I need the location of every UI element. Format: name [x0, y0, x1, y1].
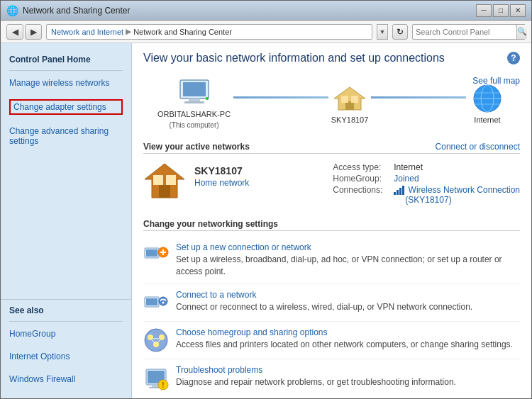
svg-point-29: [159, 335, 165, 340]
change-settings-header: Change your networking settings: [143, 219, 520, 231]
main-content: Control Panel Home Manage wireless netwo…: [1, 43, 531, 398]
breadcrumb: Network and Internet ▶ Network and Shari…: [46, 24, 372, 40]
address-bar: ◀ ▶ Network and Internet ▶ Network and S…: [1, 21, 531, 43]
title-bar-left: 🌐 Network and Sharing Center: [6, 5, 130, 16]
window-title: Network and Sharing Center: [23, 6, 130, 16]
home-network-icon: [143, 162, 186, 206]
homegroup-row: HomeGroup: Joined: [333, 174, 520, 184]
network-details: Access type: Internet HomeGroup: Joined …: [333, 162, 520, 206]
svg-rect-2: [189, 99, 200, 101]
close-button[interactable]: ✕: [510, 4, 526, 17]
connections-row: Connections: Wireless Network Connection…: [333, 185, 520, 205]
svg-rect-1: [183, 82, 206, 96]
window-controls: ─ □ ✕: [476, 4, 526, 17]
connect-network-link[interactable]: Connect to a network: [176, 290, 520, 300]
settings-item-homegroup: Choose homegroup and sharing options Acc…: [143, 322, 520, 359]
access-type-value: Internet: [394, 162, 423, 172]
connections-detail: (SKY18107): [405, 195, 451, 205]
page-title: View your basic network information and …: [143, 52, 445, 64]
troubleshoot-link[interactable]: Troubleshoot problems: [176, 365, 520, 375]
connections-value[interactable]: Wireless Network Connection (SKY18107): [394, 185, 520, 205]
svg-rect-8: [351, 96, 358, 103]
svg-point-4: [206, 97, 209, 100]
search-button[interactable]: 🔍: [516, 25, 527, 39]
sidebar-item-manage-wireless[interactable]: Manage wireless networks: [9, 77, 123, 89]
svg-rect-15: [159, 185, 170, 198]
main-window: 🌐 Network and Sharing Center ─ □ ✕ ◀ ▶ N…: [0, 0, 532, 399]
breadcrumb-current: Network and Sharing Center: [133, 28, 232, 36]
signal-bar-2: [397, 190, 399, 195]
pc-sublabel: (This computer): [170, 121, 219, 129]
homegroup-sharing-icon: [143, 327, 169, 353]
back-button[interactable]: ◀: [6, 24, 23, 40]
connections-label: Connections:: [333, 185, 389, 205]
troubleshoot-description: Diagnose and repair network problems, or…: [176, 377, 456, 387]
network-node-pc: ORBITALSHARK-PC (This computer): [157, 79, 231, 129]
new-connection-icon: [143, 242, 169, 268]
access-type-label: Access type:: [333, 162, 389, 172]
network-diagram: ORBITALSHARK-PC (This computer): [143, 73, 520, 135]
sidebar-item-internet-options[interactable]: Internet Options: [9, 350, 123, 363]
nav-buttons: ◀ ▶: [6, 24, 42, 40]
sidebar-item-change-advanced[interactable]: Change advanced sharingsettings: [9, 125, 123, 147]
pc-icon: [176, 79, 213, 107]
access-type-row: Access type: Internet: [333, 162, 520, 172]
breadcrumb-network-internet[interactable]: Network and Internet: [51, 28, 123, 36]
homegroup-value[interactable]: Joined: [394, 174, 419, 184]
minimize-button[interactable]: ─: [476, 4, 492, 17]
active-networks-title: View your active networks: [143, 142, 250, 152]
internet-label: Internet: [474, 116, 500, 124]
settings-item-new-connection: Set up a new connection or network Set u…: [143, 237, 520, 284]
network-line-2: [371, 96, 466, 99]
content-area: View your basic network information and …: [132, 43, 531, 398]
settings-item-troubleshoot: ! Troubleshoot problems Diagnose and rep…: [143, 359, 520, 396]
troubleshoot-icon: !: [143, 365, 169, 390]
maximize-button[interactable]: □: [493, 4, 509, 17]
sidebar-item-homegroup[interactable]: HomeGroup: [9, 327, 123, 340]
network-node-router: SKY18107: [331, 84, 369, 124]
sidebar-item-change-adapter[interactable]: Change adapter settings: [9, 99, 123, 115]
sidebar-section-main: Control Panel Home Manage wireless netwo…: [1, 50, 131, 152]
settings-text-new-connection: Set up a new connection or network Set u…: [176, 242, 520, 278]
connections-text: Wireless Network Connection: [409, 185, 520, 195]
homegroup-sharing-link[interactable]: Choose homegroup and sharing options: [176, 327, 520, 337]
network-name-area: SKY18107 Home network: [194, 162, 265, 206]
settings-text-troubleshoot: Troubleshoot problems Diagnose and repai…: [176, 365, 520, 390]
signal-bar-3: [399, 188, 401, 195]
svg-point-28: [148, 335, 153, 340]
homegroup-sharing-description: Access files and printers located on oth…: [176, 339, 513, 349]
search-input[interactable]: [413, 28, 516, 36]
sidebar-divider-1: [9, 70, 123, 71]
svg-point-27: [145, 329, 167, 352]
svg-point-25: [159, 297, 167, 305]
svg-rect-7: [341, 96, 348, 103]
change-settings-title: Change your networking settings: [143, 219, 278, 229]
sidebar: Control Panel Home Manage wireless netwo…: [1, 43, 132, 398]
pc-label: ORBITALSHARK-PC: [157, 110, 231, 118]
sidebar-item-windows-firewall[interactable]: Windows Firewall: [9, 373, 123, 386]
connect-disconnect-link[interactable]: Connect or disconnect: [436, 142, 520, 152]
help-icon[interactable]: ?: [507, 52, 520, 64]
see-full-map-link[interactable]: See full map: [472, 76, 520, 86]
network-type-link[interactable]: Home network: [194, 178, 265, 188]
new-connection-link[interactable]: Set up a new connection or network: [176, 242, 520, 252]
active-network: SKY18107 Home network Access type: Inter…: [143, 159, 520, 209]
svg-point-26: [162, 301, 165, 303]
homegroup-label: HomeGroup:: [333, 174, 389, 184]
title-bar: 🌐 Network and Sharing Center ─ □ ✕: [1, 1, 531, 21]
settings-item-connect-network: Connect to a network Connect or reconnec…: [143, 284, 520, 322]
window-icon: 🌐: [6, 5, 18, 16]
sidebar-title: Control Panel Home: [9, 55, 123, 64]
network-name: SKY18107: [194, 165, 265, 176]
svg-text:!: !: [162, 381, 164, 389]
signal-bar-4: [402, 186, 404, 195]
sidebar-see-also: See also HomeGroup Internet Options Wind…: [1, 299, 131, 391]
svg-rect-17: [166, 175, 176, 185]
signal-bar-1: [394, 192, 396, 195]
address-dropdown[interactable]: ▼: [377, 24, 388, 40]
network-node-internet: Internet: [469, 84, 506, 124]
forward-button[interactable]: ▶: [25, 24, 42, 40]
sidebar-divider-2: [9, 321, 123, 322]
refresh-button[interactable]: ↻: [392, 24, 408, 40]
wireless-signal-icon: [394, 186, 404, 195]
